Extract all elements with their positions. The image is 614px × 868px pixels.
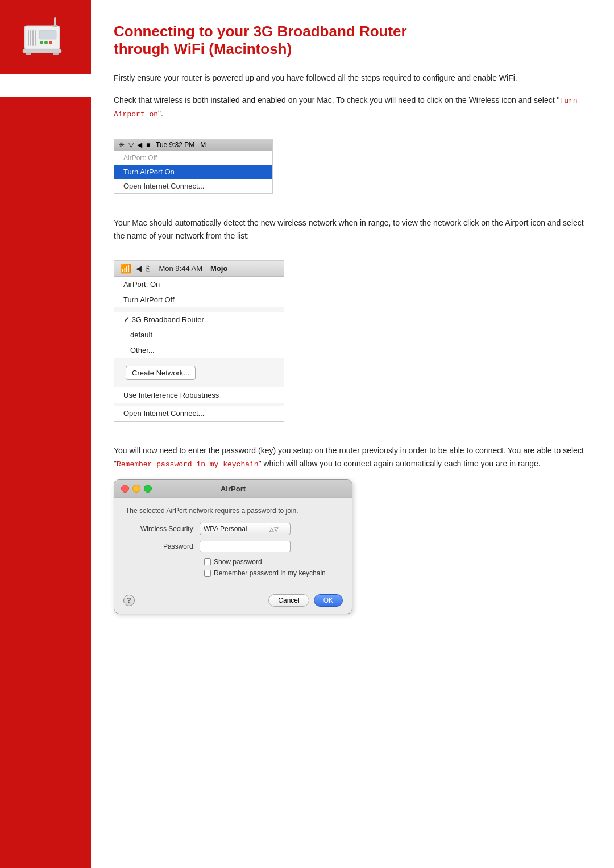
menu-bar-2: 📶 ◀ ⎘ Mon 9:44 AM Mojo [114,261,284,277]
menu-spacer [114,307,284,312]
svg-point-8 [44,41,48,44]
password-label: Password: [126,542,200,550]
sidebar-gap [0,74,91,85]
menu-bar-items-1: ✳ ▽ ◀ ■ Tue 9:32 PM M [119,141,206,149]
airport-on-item: AirPort: On [114,277,284,292]
main-content: Connecting to your 3G Broadband Router t… [91,0,614,868]
remember-password-checkbox[interactable] [204,570,211,577]
svg-rect-4 [32,30,34,46]
svg-point-7 [40,41,43,44]
svg-rect-14 [53,53,59,55]
spacer-1 [114,207,586,216]
turn-airport-on-item[interactable]: Turn AirPort On [114,165,272,179]
dialog-body: The selected AirPort network requires a … [114,498,352,590]
dialog-buttons: Cancel OK [268,594,343,607]
menu-bar-1: ✳ ▽ ◀ ■ Tue 9:32 PM M [114,139,272,151]
menu-bar-name: Mojo [210,264,227,273]
wifi-icon: 📶 [120,263,131,274]
paragraph-4: You will now need to enter the password … [114,444,586,470]
remember-password-row: Remember password in my keychain [204,569,341,577]
svg-rect-13 [26,53,31,55]
svg-rect-11 [53,25,57,27]
traffic-light-green[interactable] [144,485,152,493]
select-arrow-icon: △▽ [269,526,279,532]
open-internet-connect-item-1[interactable]: Open Internet Connect... [114,179,272,193]
sidebar-top [0,0,91,74]
svg-rect-5 [35,30,36,46]
show-password-label: Show password [214,558,262,566]
dialog-titlebar: AirPort [114,480,352,498]
remember-password-label: Remember password in my keychain [214,569,326,577]
turn-airport-off-item[interactable]: Turn AirPort Off [114,292,284,307]
password-input[interactable] [200,541,291,552]
show-password-row: Show password [204,558,341,566]
network-3g-item[interactable]: 3G Broadband Router [114,312,284,327]
svg-point-9 [49,41,52,44]
left-sidebar [0,0,91,868]
page-title: Connecting to your 3G Broadband Router t… [114,23,586,58]
security-label: Wireless Security: [126,525,200,533]
interference-item[interactable]: Use Interference Robustness [114,387,284,403]
traffic-light-red[interactable] [121,485,129,493]
paragraph-1: Firstly ensure your router is powered up… [114,72,586,84]
network-other-item[interactable]: Other... [114,343,284,358]
router-image [20,11,71,62]
menu-divider-2 [114,386,284,386]
help-button[interactable]: ? [123,595,135,606]
airport-dialog: AirPort The selected AirPort network req… [114,479,352,614]
menu-divider-3 [114,404,284,404]
open-internet-connect-item-2[interactable]: Open Internet Connect... [114,406,284,421]
airport-off-label: AirPort: Off [114,151,272,165]
title-line1: Connecting to your 3G Broadband Router [114,23,407,40]
airport-menu-screenshot-2: 📶 ◀ ⎘ Mon 9:44 AM Mojo AirPort: On Turn … [114,260,284,422]
create-network-btn[interactable]: Create Network... [126,366,196,380]
show-password-checkbox[interactable] [204,558,211,565]
dialog-title: AirPort [221,485,246,493]
paragraph-2: Check that wireless is both installed an… [114,94,586,121]
create-network-wrapper: Create Network... [114,361,284,385]
cancel-button[interactable]: Cancel [268,594,309,607]
svg-rect-3 [30,30,31,46]
traffic-lights [121,485,152,493]
svg-rect-12 [23,49,61,53]
menu-bar-time: Mon 9:44 AM [159,264,202,273]
password-row: Password: [126,541,341,552]
page-layout: Connecting to your 3G Broadband Router t… [0,0,614,868]
ok-button[interactable]: OK [314,594,343,607]
dialog-footer: ? Cancel OK [114,590,352,614]
dialog-message: The selected AirPort network requires a … [126,507,341,515]
svg-rect-2 [28,30,29,46]
sidebar-bottom [0,97,91,868]
security-select[interactable]: WPA Personal △▽ [200,523,291,535]
spacer-2 [114,435,586,444]
svg-rect-6 [39,30,56,39]
paragraph-3: Your Mac should automatically detect the… [114,216,586,242]
security-row: Wireless Security: WPA Personal △▽ [126,523,341,535]
airport-menu-screenshot-1: ✳ ▽ ◀ ■ Tue 9:32 PM M AirPort: Off Turn … [114,139,273,194]
network-default-item[interactable]: default [114,327,284,343]
keychain-highlight: Remember password in my keychain [117,460,259,469]
title-line2: through WiFi (Macintosh) [114,40,292,57]
traffic-light-yellow[interactable] [132,485,140,493]
